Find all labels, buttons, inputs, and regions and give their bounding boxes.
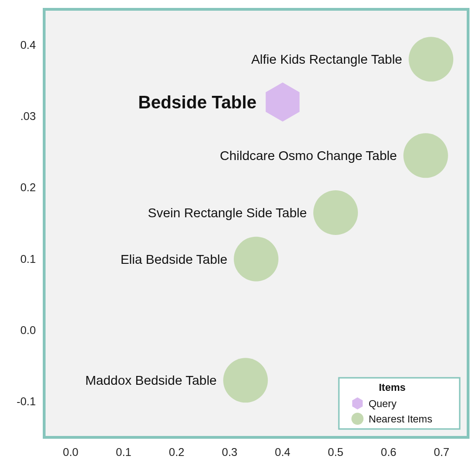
nearest-item-point (409, 37, 453, 81)
nearest-item-label: Alfie Kids Rectangle Table (251, 52, 402, 67)
nearest-item-point (313, 190, 358, 235)
nearest-item-point (234, 237, 278, 281)
query-label: Bedside Table (138, 93, 257, 112)
x-tick-label: 0.2 (169, 446, 184, 458)
nearest-item-point (223, 358, 268, 402)
nearest-item-point (403, 133, 448, 178)
y-tick-label: .03 (20, 110, 36, 122)
x-tick-label: 0.4 (275, 446, 290, 458)
chart-container: 0.00.10.20.30.40.50.60.7-0.10.00.10.2.03… (0, 0, 476, 469)
x-tick-label: 0.0 (63, 446, 78, 458)
nearest-item-label: Elia Bedside Table (120, 252, 227, 267)
legend-title: Items (379, 382, 405, 393)
x-tick-label: 0.7 (434, 446, 449, 458)
x-tick-label: 0.1 (116, 446, 131, 458)
x-tick-label: 0.3 (222, 446, 237, 458)
x-tick-label: 0.6 (381, 446, 396, 458)
y-tick-label: 0.2 (20, 181, 36, 194)
y-tick-label: 0.1 (20, 253, 36, 265)
y-tick-label: 0.4 (20, 39, 36, 51)
nearest-item-label: Childcare Osmo Change Table (220, 148, 397, 163)
legend-marker-nearest (351, 413, 364, 425)
x-tick-label: 0.5 (328, 446, 343, 458)
scatter-chart: 0.00.10.20.30.40.50.60.7-0.10.00.10.2.03… (0, 0, 476, 469)
nearest-item-label: Maddox Bedside Table (85, 373, 217, 388)
legend-entry-label: Query (369, 398, 397, 409)
nearest-item-label: Svein Rectangle Side Table (148, 206, 307, 220)
y-tick-label: 0.0 (20, 324, 36, 336)
legend-entry-label: Nearest Items (369, 413, 432, 425)
y-tick-label: -0.1 (17, 395, 36, 408)
